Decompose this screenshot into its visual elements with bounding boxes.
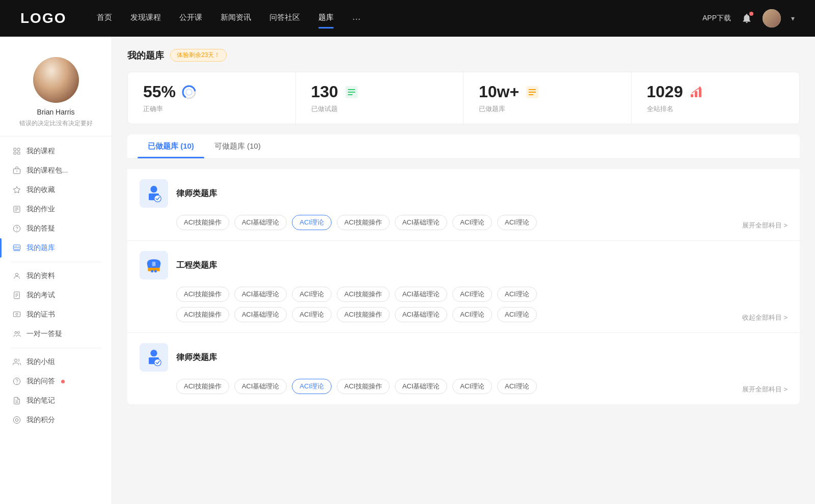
tag-2-6[interactable]: ACI理论 xyxy=(497,379,537,394)
profile-name: Brian Harris xyxy=(10,108,101,116)
nav-more[interactable]: ··· xyxy=(352,11,361,26)
sidebar-item-oneone[interactable]: 一对一答疑 xyxy=(0,324,112,344)
svg-point-34 xyxy=(15,418,18,421)
tag-1-1-5[interactable]: ACI理论 xyxy=(452,307,492,322)
tag-0-3[interactable]: ACI技能操作 xyxy=(337,215,390,230)
app-download-btn[interactable]: APP下载 xyxy=(702,14,731,23)
tag-1-1-6[interactable]: ACI理论 xyxy=(497,307,537,322)
user-avatar[interactable] xyxy=(763,9,781,27)
tag-1-1-4[interactable]: ACI基础理论 xyxy=(395,307,448,322)
sidebar-item-favorite[interactable]: 我的收藏 xyxy=(0,180,112,200)
tags-row-wrap-2: ACI技能操作 ACI基础理论 ACI理论 ACI技能操作 ACI基础理论 AC… xyxy=(140,379,787,394)
tag-0-1[interactable]: ACI基础理论 xyxy=(234,215,287,230)
sidebar-item-profile[interactable]: 我的资料 xyxy=(0,266,112,286)
svg-rect-46 xyxy=(691,94,693,97)
sidebar-item-cert[interactable]: 我的证书 xyxy=(0,305,112,324)
sidebar-item-homework[interactable]: 我的作业 xyxy=(0,200,112,219)
main-content: 我的题库 体验剩余23天！ 55% 正确率 xyxy=(112,37,815,504)
tag-1-0-4[interactable]: ACI基础理论 xyxy=(395,287,448,302)
sidebar-item-qa[interactable]: 我的答疑 xyxy=(0,219,112,238)
tag-0-5[interactable]: ACI理论 xyxy=(452,215,492,230)
nav-opencourse[interactable]: 公开课 xyxy=(179,11,202,26)
nav-discover[interactable]: 发现课程 xyxy=(130,11,161,26)
profile-motto: 错误的决定比没有决定要好 xyxy=(10,119,101,128)
svg-point-12 xyxy=(16,230,17,231)
nav-home[interactable]: 首页 xyxy=(97,11,112,26)
svg-point-29 xyxy=(13,378,20,384)
tag-1-0-3[interactable]: ACI技能操作 xyxy=(337,287,390,302)
tag-2-4[interactable]: ACI基础理论 xyxy=(395,379,448,394)
tag-0-2[interactable]: ACI理论 xyxy=(292,215,332,230)
tags-row-wrap-0: ACI技能操作 ACI基础理论 ACI理论 ACI技能操作 ACI基础理论 AC… xyxy=(140,215,787,230)
menu-divider-1 xyxy=(10,262,101,262)
tab-available-banks[interactable]: 可做题库 (10) xyxy=(204,134,271,158)
list-orange-icon xyxy=(524,84,540,100)
nav-bank[interactable]: 题库 xyxy=(318,11,334,26)
user-dropdown-arrow[interactable]: ▾ xyxy=(791,14,795,22)
sidebar-item-question[interactable]: 我的问答 xyxy=(0,372,112,391)
sidebar-item-course[interactable]: 我的课程 xyxy=(0,142,112,161)
sidebar-item-exam[interactable]: 我的考试 xyxy=(0,286,112,305)
svg-rect-13 xyxy=(13,245,20,249)
svg-rect-2 xyxy=(14,152,16,154)
stat-ranking: 1029 全站排名 xyxy=(632,72,800,124)
tag-1-0-6[interactable]: ACI理论 xyxy=(497,287,537,302)
menu-label-note: 我的笔记 xyxy=(26,396,55,405)
tag-1-1-2[interactable]: ACI理论 xyxy=(292,307,332,322)
tag-1-0-5[interactable]: ACI理论 xyxy=(452,287,492,302)
stat-done-banks: 10w+ 已做题库 xyxy=(464,72,632,124)
tag-0-0[interactable]: ACI技能操作 xyxy=(176,215,229,230)
svg-point-49 xyxy=(699,87,701,89)
tag-0-6[interactable]: ACI理论 xyxy=(497,215,537,230)
sidebar-item-group[interactable]: 我的小组 xyxy=(0,352,112,372)
tag-2-1[interactable]: ACI基础理论 xyxy=(234,379,287,394)
svg-point-30 xyxy=(16,383,17,383)
tag-2-2[interactable]: ACI理论 xyxy=(292,379,332,394)
trial-badge: 体验剩余23天！ xyxy=(170,49,227,62)
svg-rect-56 xyxy=(152,262,156,266)
svg-rect-48 xyxy=(699,88,701,97)
stats-grid: 55% 正确率 130 xyxy=(127,72,800,124)
svg-point-26 xyxy=(15,331,17,333)
profile-section: Brian Harris 错误的决定比没有决定要好 xyxy=(0,47,112,136)
stat-top-ranking: 1029 xyxy=(647,82,704,101)
menu-label-question: 我的问答 xyxy=(26,377,55,386)
tag-2-0[interactable]: ACI技能操作 xyxy=(176,379,229,394)
tag-0-4[interactable]: ACI基础理论 xyxy=(395,215,448,230)
tab-done-banks[interactable]: 已做题库 (10) xyxy=(138,134,204,158)
svg-point-33 xyxy=(13,416,20,423)
tag-2-3[interactable]: ACI技能操作 xyxy=(337,379,390,394)
logo[interactable]: LOGO xyxy=(20,10,66,26)
tag-1-1-1[interactable]: ACI基础理论 xyxy=(234,307,287,322)
stat-label-done-questions: 已做试题 xyxy=(311,104,338,114)
svg-point-27 xyxy=(17,331,19,333)
qbank-name-2: 律师类题库 xyxy=(176,352,217,363)
notification-bell[interactable] xyxy=(741,13,752,24)
svg-point-25 xyxy=(16,313,18,315)
sidebar-item-bank[interactable]: 我的题库 xyxy=(0,238,112,258)
tag-1-0-0[interactable]: ACI技能操作 xyxy=(176,287,229,302)
stat-label-done-banks: 已做题库 xyxy=(479,104,505,114)
nav-qa[interactable]: 问答社区 xyxy=(269,11,300,26)
tags-row-wrap-1: ACI技能操作 ACI基础理论 ACI理论 ACI技能操作 ACI基础理论 AC… xyxy=(176,307,787,322)
sidebar-item-package[interactable]: 我的课程包... xyxy=(0,161,112,180)
sidebar-item-points[interactable]: 我的积分 xyxy=(0,410,112,430)
svg-marker-6 xyxy=(13,186,20,193)
menu-label-profile: 我的资料 xyxy=(26,271,55,281)
collapse-link-1[interactable]: 收起全部科目 > xyxy=(742,313,787,322)
nav-news[interactable]: 新闻资讯 xyxy=(221,11,251,26)
expand-link-2[interactable]: 展开全部科目 > xyxy=(742,385,787,394)
expand-link-0[interactable]: 展开全部科目 > xyxy=(742,221,787,230)
nav: 首页 发现课程 公开课 新闻资讯 问答社区 题库 ··· xyxy=(97,11,702,26)
tag-1-1-0[interactable]: ACI技能操作 xyxy=(176,307,229,322)
tag-2-5[interactable]: ACI理论 xyxy=(452,379,492,394)
svg-point-57 xyxy=(150,350,157,356)
course-icon xyxy=(12,147,21,156)
question-red-dot xyxy=(61,380,65,383)
tag-1-0-2[interactable]: ACI理论 xyxy=(292,287,332,302)
qbank-item-0: 律师类题库 ACI技能操作 ACI基础理论 ACI理论 ACI技能操作 ACI基… xyxy=(127,169,800,241)
sidebar-item-note[interactable]: 我的笔记 xyxy=(0,391,112,410)
tag-1-0-1[interactable]: ACI基础理论 xyxy=(234,287,287,302)
note-icon xyxy=(12,396,21,405)
tag-1-1-3[interactable]: ACI技能操作 xyxy=(337,307,390,322)
